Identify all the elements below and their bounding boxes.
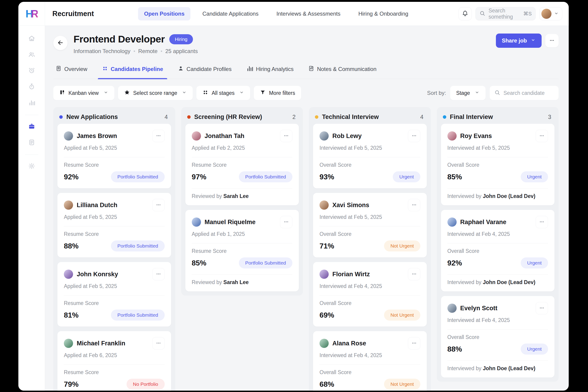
card-footer: Interviewed by John Doe (Lead Dev) xyxy=(448,365,548,372)
card-divider xyxy=(320,295,420,296)
sidebar-item-notes[interactable] xyxy=(25,136,38,150)
card-divider xyxy=(320,226,420,226)
footer-name: John Doe (Lead Dev) xyxy=(483,279,536,285)
sidebar-item-gear[interactable] xyxy=(25,160,38,173)
filter-buttons: Kanban view Select score range All stage… xyxy=(53,86,301,100)
tab-label: Overview xyxy=(64,66,87,72)
candidate-card[interactable]: Lilliana Dutch Applied at Feb 5, 2025 Re… xyxy=(58,193,171,258)
candidate-search-placeholder: Search candidate xyxy=(504,90,544,96)
sidebar-item-bar-chart[interactable] xyxy=(25,96,38,110)
candidate-card[interactable]: Jonathan Tah Applied at Feb 2, 2025 Resu… xyxy=(185,124,299,205)
status-badge: Hiring xyxy=(169,34,193,44)
users-icon xyxy=(28,51,35,59)
candidate-card[interactable]: Alana Rose Interviewed at Feb 4, 2025 Ov… xyxy=(313,331,427,390)
tab-overview[interactable]: Overview xyxy=(55,64,88,79)
tab-hiring-analytics[interactable]: Hiring Analytics xyxy=(245,64,294,79)
card-menu-button[interactable] xyxy=(536,302,548,314)
card-menu-button[interactable] xyxy=(536,216,548,228)
tab-candidate-profiles[interactable]: Candidate Profiles xyxy=(177,64,232,79)
candidate-card[interactable]: Raphael Varane Interviewed at Feb 4, 202… xyxy=(441,210,555,292)
candidate-card[interactable]: Michael Franklin Applied at Feb 6, 2025 … xyxy=(58,331,171,390)
card-menu-button[interactable] xyxy=(536,130,548,142)
column-header: Screening (HR Review) 2 xyxy=(185,111,299,124)
candidate-search-input[interactable]: Search candidate xyxy=(490,86,558,100)
candidate-avatar xyxy=(320,131,329,140)
status-badge: Urgent xyxy=(521,258,548,268)
card-menu-button[interactable] xyxy=(152,268,165,280)
score-value: 88% xyxy=(448,345,462,354)
score-value: 93% xyxy=(320,173,334,181)
card-menu-button[interactable] xyxy=(152,337,165,350)
candidate-card[interactable]: Evelyn Scott Interviewed at Feb 4, 2025 … xyxy=(441,296,555,378)
tab-candidates-pipeline[interactable]: Candidates Pipeline xyxy=(101,64,164,79)
sidebar-item-alarm[interactable] xyxy=(25,64,38,78)
filter-all-stages[interactable]: All stages xyxy=(196,86,250,100)
briefcase-icon xyxy=(28,123,35,131)
note-icon xyxy=(308,66,314,73)
candidate-card[interactable]: John Konrsky Applied at Feb 5, 2025 Resu… xyxy=(58,262,171,326)
candidate-card[interactable]: Xavi Simons Interviewed at Feb 5, 2025 O… xyxy=(313,193,427,258)
topnav-item-1[interactable]: Candidate Applications xyxy=(196,7,264,20)
card-menu-button[interactable] xyxy=(408,199,420,211)
candidate-avatar xyxy=(192,218,201,227)
card-menu-button[interactable] xyxy=(408,337,420,350)
filter-more-filters[interactable]: More filters xyxy=(254,86,301,100)
score-value: 81% xyxy=(64,311,78,320)
status-badge: Urgent xyxy=(521,344,548,354)
card-menu-button[interactable] xyxy=(152,199,165,211)
status-badge: Portfolio Submitted xyxy=(239,171,292,182)
filter-bar: Kanban view Select score range All stage… xyxy=(53,86,558,100)
candidate-date: Interviewed at Feb 4, 2025 xyxy=(320,352,420,358)
column-header: New Applications 4 xyxy=(58,111,171,124)
filter-kanban-view[interactable]: Kanban view xyxy=(53,86,114,100)
candidate-date: Interviewed at Feb 4, 2025 xyxy=(448,317,548,323)
kanban-column: Technical Interview 4 Rob Lewy Interview… xyxy=(309,107,431,390)
user-menu[interactable] xyxy=(539,7,562,20)
candidate-card[interactable]: Roy Evans Interviewed at Feb 5, 2025 Ove… xyxy=(441,124,555,205)
candidate-card[interactable]: Rob Lewy Interviewed at Feb 5, 2025 Over… xyxy=(313,124,427,188)
topnav-item-2[interactable]: Interviews & Assessments xyxy=(270,7,346,20)
search-icon xyxy=(494,90,500,96)
kanban-column: New Applications 4 James Brown Applied a… xyxy=(53,107,175,390)
filter-label: More filters xyxy=(269,90,295,96)
job-more-button[interactable] xyxy=(545,34,558,47)
column-count: 4 xyxy=(420,114,425,120)
sidebar-item-users[interactable] xyxy=(25,48,38,62)
topnav-item-3[interactable]: Hiring & Onboarding xyxy=(352,7,414,20)
filter-select-score-range[interactable]: Select score range xyxy=(118,86,193,100)
app-title: Recruitment xyxy=(52,10,94,18)
home-icon xyxy=(28,35,35,43)
chevron-down-icon xyxy=(474,90,480,96)
card-menu-button[interactable] xyxy=(408,130,420,142)
sort-dropdown[interactable]: Stage xyxy=(450,86,486,100)
ellipsis-icon xyxy=(539,219,545,226)
card-menu-button[interactable] xyxy=(408,268,420,280)
candidate-card[interactable]: James Brown Applied at Feb 5, 2025 Resum… xyxy=(58,124,171,188)
arrow-left-icon xyxy=(57,39,64,47)
candidate-date: Interviewed at Feb 5, 2025 xyxy=(320,214,420,220)
filter-label: Select score range xyxy=(133,90,177,96)
card-menu-button[interactable] xyxy=(152,130,165,142)
notifications-button[interactable] xyxy=(458,7,472,20)
chevron-down-icon xyxy=(103,90,108,96)
candidate-card[interactable]: Manuel Riquelme Applied at Feb 1, 2025 R… xyxy=(185,210,299,292)
global-search-input[interactable]: Search something ⌘S xyxy=(476,7,536,20)
back-button[interactable] xyxy=(53,36,68,50)
candidate-name: Alana Rose xyxy=(332,340,366,347)
sidebar-item-home[interactable] xyxy=(25,32,38,46)
share-job-button[interactable]: Share job xyxy=(496,34,542,48)
card-menu-button[interactable] xyxy=(280,130,292,142)
tab-notes-communication[interactable]: Notes & Communication xyxy=(307,64,378,79)
topnav-item-0[interactable]: Open Positions xyxy=(138,7,190,20)
score-label: Overall Score xyxy=(448,334,548,340)
ellipsis-icon xyxy=(539,305,545,312)
sidebar-item-stopwatch[interactable] xyxy=(25,80,38,94)
tab-label: Hiring Analytics xyxy=(256,66,294,72)
score-value: 88% xyxy=(64,242,78,250)
card-menu-button[interactable] xyxy=(280,216,292,228)
score-value: 69% xyxy=(320,311,334,320)
candidate-card[interactable]: Florian Wirtz Interviewed at Feb 4, 2025… xyxy=(313,262,427,326)
score-value: 92% xyxy=(448,259,462,267)
sidebar-item-briefcase[interactable] xyxy=(25,120,38,134)
hr-logo-icon: HR xyxy=(26,8,38,20)
